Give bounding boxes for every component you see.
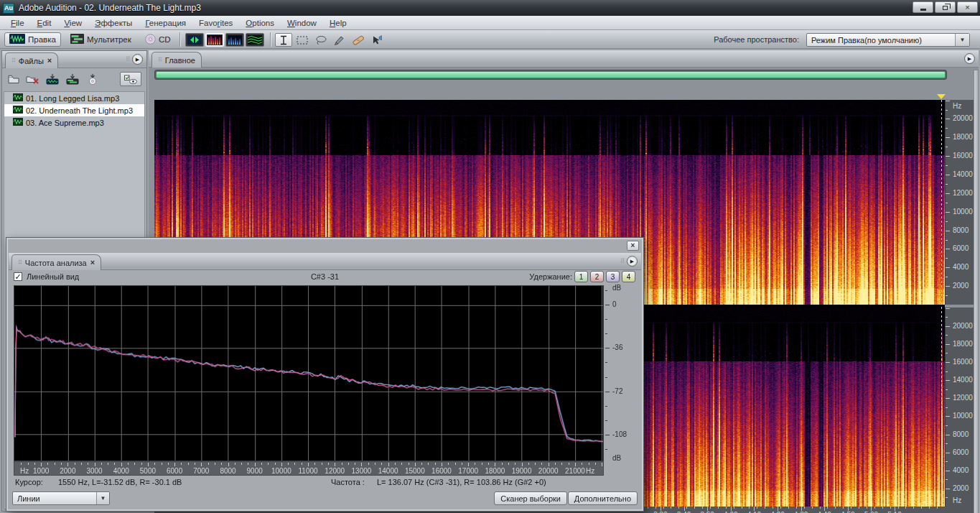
file-item[interactable]: 03. Ace Supreme.mp3 bbox=[4, 116, 144, 129]
close-button[interactable]: × bbox=[957, 1, 978, 13]
hz-tick-label: 7000 bbox=[193, 467, 209, 475]
multitrack-view-button[interactable]: Мультитрек bbox=[66, 32, 136, 47]
playhead-line[interactable] bbox=[941, 100, 942, 507]
frequency-ruler-left-channel[interactable]: Hz20000180001600014000120001000080006000… bbox=[945, 100, 974, 305]
display-mode-select[interactable]: Линии ▼ bbox=[12, 491, 110, 505]
tab-close-icon[interactable]: × bbox=[47, 57, 52, 65]
hz-tick bbox=[428, 463, 429, 465]
freq-tick bbox=[946, 416, 950, 417]
spectral-phase-display-button[interactable] bbox=[246, 33, 264, 47]
marquee-selection-tool[interactable] bbox=[294, 33, 311, 47]
workspace-select[interactable]: Режим Правка(по умолчанию) ▼ bbox=[806, 33, 970, 47]
hold-button-4[interactable]: 4 bbox=[622, 271, 635, 282]
db-tick bbox=[605, 319, 607, 320]
restore-icon bbox=[943, 6, 948, 10]
hz-tick bbox=[448, 463, 449, 465]
waveform-display-button[interactable] bbox=[185, 33, 204, 47]
menu-item-генерация[interactable]: Генерация bbox=[139, 17, 192, 29]
hold-button-3[interactable]: 3 bbox=[606, 271, 620, 282]
hz-tick bbox=[314, 463, 315, 465]
restore-button[interactable] bbox=[935, 1, 956, 13]
time-minor-tick bbox=[905, 507, 906, 509]
chevron-down-icon[interactable]: ▼ bbox=[955, 34, 969, 46]
cd-icon bbox=[145, 34, 156, 46]
hz-tick bbox=[561, 463, 562, 465]
horizontal-zoom-scrollbar[interactable] bbox=[154, 70, 947, 80]
file-item[interactable]: 01. Long Legged Lisa.mp3 bbox=[4, 92, 144, 104]
insert-into-multitrack-button[interactable] bbox=[64, 72, 81, 86]
cd-view-button[interactable]: CD bbox=[141, 32, 175, 47]
spectral-frequency-display-button[interactable] bbox=[205, 33, 224, 47]
import-file-button[interactable] bbox=[5, 72, 22, 86]
insert-into-cd-button[interactable] bbox=[84, 72, 101, 86]
edit-view-button[interactable]: Правка bbox=[4, 32, 61, 47]
menu-item-file[interactable]: File bbox=[4, 17, 31, 29]
hz-tick bbox=[388, 463, 389, 466]
db-tick-label: 0 bbox=[612, 300, 617, 308]
menu-item-options[interactable]: Options bbox=[239, 17, 281, 29]
analysis-close-button[interactable]: × bbox=[627, 241, 639, 251]
spot-healing-brush-tool[interactable] bbox=[350, 33, 367, 47]
minimize-button[interactable] bbox=[913, 1, 933, 13]
frequency-ruler-right-channel[interactable]: Hz20000180001600014000120001000080006000… bbox=[945, 308, 974, 507]
time-minor-tick bbox=[827, 507, 828, 509]
hz-tick bbox=[435, 463, 436, 465]
spectral-pan-display-button[interactable] bbox=[225, 33, 244, 47]
scrollbar-thumb[interactable] bbox=[156, 71, 946, 78]
menu-item-view[interactable]: View bbox=[57, 17, 88, 29]
insert-into-edit-button[interactable] bbox=[44, 72, 61, 86]
time-minor-tick bbox=[773, 507, 773, 509]
hz-tick bbox=[375, 463, 375, 465]
frequency-analysis-graph[interactable] bbox=[14, 285, 604, 461]
time-minor-tick bbox=[820, 507, 821, 509]
hz-tick-label: 9000 bbox=[247, 467, 263, 475]
open-folder-icon bbox=[7, 73, 20, 85]
db-axis: 0-36-72-108dBdB bbox=[605, 285, 641, 463]
main-panel-menu-button[interactable]: ▶ bbox=[964, 53, 975, 64]
db-tick-label: -36 bbox=[612, 343, 622, 351]
hz-tick bbox=[528, 463, 529, 465]
hz-tick bbox=[294, 463, 295, 465]
effects-paintbrush-tool[interactable] bbox=[331, 33, 348, 47]
spectral-phase-display-icon bbox=[248, 35, 262, 45]
tab-files[interactable]: ⠿ Файлы × bbox=[5, 52, 58, 68]
freq-tick bbox=[946, 353, 948, 353]
hz-tick-label: 6000 bbox=[167, 467, 182, 475]
chevron-down-icon[interactable]: ▼ bbox=[96, 492, 109, 504]
menu-item-help[interactable]: Help bbox=[323, 17, 353, 29]
time-minor-tick bbox=[890, 507, 891, 509]
analysis-bottom-row: Линии ▼ Сканер выборки Дополнительно bbox=[11, 491, 639, 507]
scrub-tool[interactable] bbox=[368, 33, 386, 47]
title-bar[interactable]: Au Adobe Audition - 02. Underneath The L… bbox=[0, 0, 980, 16]
playhead-marker-top[interactable] bbox=[937, 94, 946, 99]
hz-tick bbox=[368, 463, 369, 465]
hz-tick bbox=[541, 463, 542, 465]
close-file-button[interactable] bbox=[24, 72, 41, 86]
vertical-scrollbar[interactable] bbox=[974, 70, 979, 513]
advanced-button[interactable]: Дополнительно bbox=[568, 491, 638, 505]
tab-close-icon[interactable]: × bbox=[90, 259, 95, 267]
menu-item-edit[interactable]: Edit bbox=[31, 17, 58, 29]
tab-frequency-analysis[interactable]: ⠿ Частота анализа × bbox=[11, 254, 101, 270]
files-panel-menu-button[interactable]: ▶ bbox=[132, 54, 143, 65]
hz-tick bbox=[515, 463, 515, 465]
analysis-panel-menu-button[interactable]: ▶ bbox=[627, 256, 638, 267]
hz-tick bbox=[522, 463, 523, 466]
tab-main[interactable]: ⠿ Главное bbox=[151, 52, 202, 68]
insert-cd-icon bbox=[86, 73, 99, 85]
menu-item-window[interactable]: Window bbox=[281, 17, 323, 29]
scan-selection-button[interactable]: Сканер выборки bbox=[494, 491, 567, 505]
time-minor-tick bbox=[734, 507, 734, 509]
files-options-button[interactable] bbox=[120, 72, 141, 86]
freq-tick-label: 10000 bbox=[953, 208, 973, 216]
time-selection-tool[interactable] bbox=[275, 33, 292, 47]
menu-item-эффекты[interactable]: Эффекты bbox=[88, 17, 139, 29]
db-tick bbox=[605, 406, 607, 407]
hold-button-2[interactable]: 2 bbox=[590, 271, 604, 282]
menu-item-favorites[interactable]: Favorites bbox=[192, 17, 239, 29]
db-tick bbox=[605, 435, 610, 435]
lasso-selection-tool[interactable] bbox=[312, 33, 330, 47]
db-tick bbox=[605, 348, 610, 348]
file-item[interactable]: 02. Underneath The Light.mp3 bbox=[4, 104, 144, 116]
hold-button-1[interactable]: 1 bbox=[574, 271, 588, 282]
